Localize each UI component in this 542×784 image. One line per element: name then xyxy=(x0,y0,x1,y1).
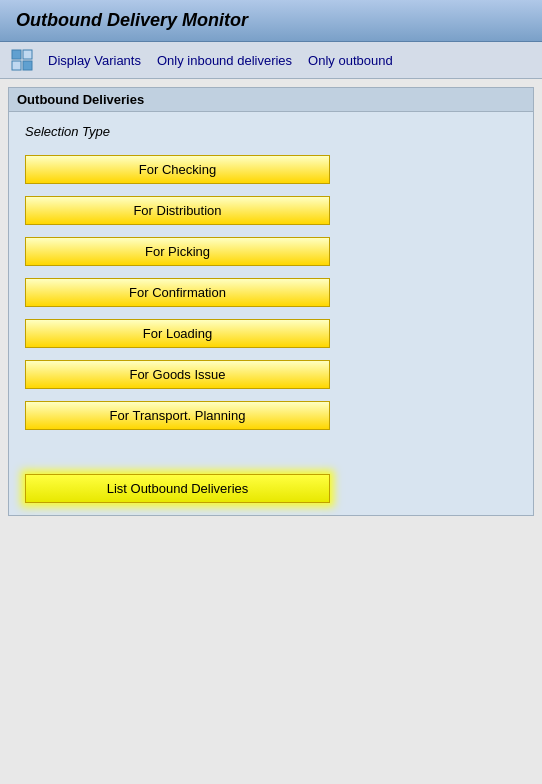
title-bar: Outbound Delivery Monitor xyxy=(0,0,542,42)
main-content: Outbound Deliveries Selection Type For C… xyxy=(0,79,542,524)
panel-body: Selection Type For Checking For Distribu… xyxy=(9,112,533,515)
svg-rect-2 xyxy=(12,61,21,70)
for-distribution-button[interactable]: For Distribution xyxy=(25,196,330,225)
for-confirmation-button[interactable]: For Confirmation xyxy=(25,278,330,307)
for-picking-button[interactable]: For Picking xyxy=(25,237,330,266)
toolbar-only-outbound[interactable]: Only outbound xyxy=(300,49,401,72)
list-outbound-deliveries-button[interactable]: List Outbound Deliveries xyxy=(25,474,330,503)
outbound-deliveries-panel: Outbound Deliveries Selection Type For C… xyxy=(8,87,534,516)
sap-icon[interactable] xyxy=(8,46,36,74)
button-group: For Checking For Distribution For Pickin… xyxy=(25,155,517,503)
svg-rect-3 xyxy=(23,61,32,70)
for-transport-planning-button[interactable]: For Transport. Planning xyxy=(25,401,330,430)
panel-header: Outbound Deliveries xyxy=(9,88,533,112)
toolbar-only-inbound[interactable]: Only inbound deliveries xyxy=(149,49,300,72)
toolbar: Display Variants Only inbound deliveries… xyxy=(0,42,542,79)
selection-type-label: Selection Type xyxy=(25,124,517,139)
for-loading-button[interactable]: For Loading xyxy=(25,319,330,348)
toolbar-display-variants[interactable]: Display Variants xyxy=(40,49,149,72)
page-title: Outbound Delivery Monitor xyxy=(16,10,526,31)
svg-rect-1 xyxy=(23,50,32,59)
for-goods-issue-button[interactable]: For Goods Issue xyxy=(25,360,330,389)
svg-rect-0 xyxy=(12,50,21,59)
for-checking-button[interactable]: For Checking xyxy=(25,155,330,184)
